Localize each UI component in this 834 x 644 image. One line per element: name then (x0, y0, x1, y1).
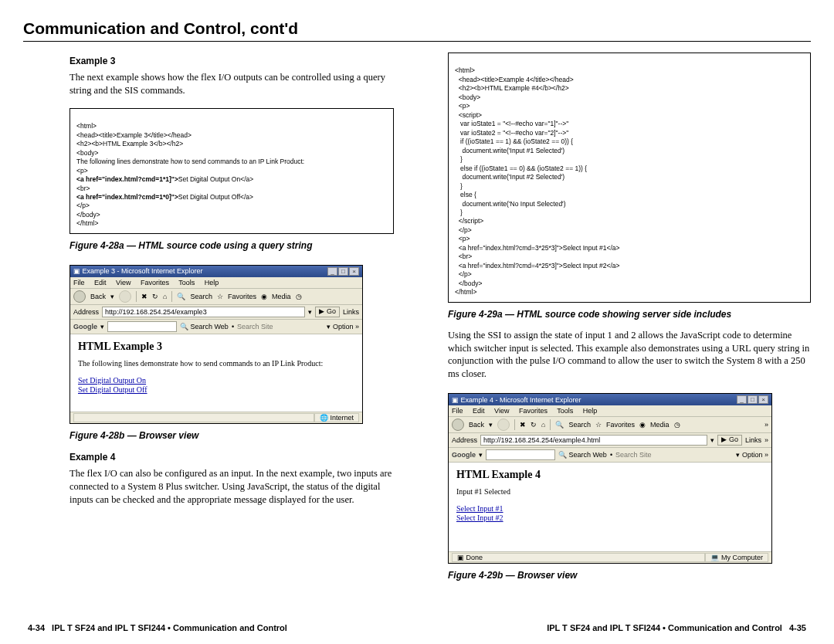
back-icon[interactable] (73, 290, 86, 303)
favorites-icon[interactable]: ☆ (217, 293, 223, 300)
status-left: ▣ Done (452, 553, 705, 562)
option-button[interactable]: ▾ Option » (327, 323, 359, 330)
home-icon[interactable]: ⌂ (541, 421, 545, 429)
menu-tools[interactable]: Tools (557, 407, 573, 415)
example3-text: The next example shows how the flex I/O … (70, 71, 394, 97)
section-title: Communication and Control, cont'd (23, 19, 811, 42)
stop-icon[interactable]: ✖ (141, 293, 147, 300)
menu-edit[interactable]: Edit (473, 407, 485, 415)
code-bold: <a href="index.html?cmd=1*1]"> (76, 175, 178, 183)
history-icon[interactable]: ◷ (296, 293, 302, 300)
back-label[interactable]: Back (90, 293, 106, 300)
maximize-icon[interactable]: □ (748, 395, 758, 404)
media-label[interactable]: Media (272, 293, 291, 300)
browser-window-1: ▣ Example 3 - Microsoft Internet Explore… (70, 265, 363, 424)
example4-heading: Example 4 (70, 452, 394, 463)
media-label[interactable]: Media (650, 421, 670, 429)
window-icon: ▣ (452, 396, 459, 404)
option-button[interactable]: ▾ Option » (736, 451, 768, 459)
google-input[interactable] (486, 449, 555, 460)
menu-file[interactable]: File (73, 279, 85, 286)
stop-icon[interactable]: ✖ (520, 421, 526, 429)
dropdown-icon[interactable]: ▾ (710, 436, 714, 444)
link-select-2[interactable]: Select Input #2 (456, 514, 503, 522)
favorites-label[interactable]: Favorites (228, 293, 256, 300)
code-line: </script> (459, 217, 484, 225)
search-web-button[interactable]: 🔍 Search Web (180, 323, 229, 330)
media-icon[interactable]: ◉ (639, 421, 646, 429)
window-icon: ▣ (73, 267, 80, 275)
dropdown-icon[interactable]: ▾ (308, 308, 312, 316)
page-heading: HTML Example 4 (456, 469, 764, 481)
menu-file[interactable]: File (452, 407, 463, 415)
window-title: Example 3 - Microsoft Internet Explorer (83, 267, 203, 275)
menu-bar[interactable]: File Edit View Favorites Tools Help (449, 405, 771, 417)
go-button[interactable]: ▶ Go (315, 307, 340, 317)
menu-view[interactable]: View (116, 279, 131, 286)
search-site-button: Search Site (615, 451, 652, 459)
minimize-icon[interactable]: _ (327, 267, 337, 276)
maximize-icon[interactable]: □ (338, 267, 348, 276)
home-icon[interactable]: ⌂ (163, 293, 167, 300)
code-bold: <a href="index.html?cmd=1*0]"> (76, 193, 178, 201)
refresh-icon[interactable]: ↻ (531, 421, 537, 429)
left-column: Example 3 The next example shows how the… (23, 53, 394, 617)
back-label[interactable]: Back (469, 421, 484, 429)
menu-help[interactable]: Help (205, 279, 219, 286)
address-input[interactable]: http://192.168.254.254/example4.html (480, 435, 707, 446)
close-icon[interactable]: × (349, 267, 359, 276)
code-line: Set Digital Output Off</a> (178, 193, 253, 201)
code-line: </p> (459, 226, 472, 234)
history-icon[interactable]: ◷ (674, 421, 680, 429)
footer-text-left: IPL T SF24 and IPL T SFI244 • Communicat… (52, 623, 287, 632)
go-button[interactable]: ▶ Go (717, 435, 742, 446)
favorites-label[interactable]: Favorites (606, 421, 635, 429)
code-line: </p> (76, 202, 90, 209)
google-input[interactable] (107, 321, 177, 332)
search-label[interactable]: Search (568, 421, 591, 429)
page-text: The following lines demonstrate how to s… (78, 359, 354, 368)
code-line: if ((ioState1 == 1) && (ioState2 == 0)) … (459, 137, 573, 145)
address-input[interactable]: http://192.168.254.254/example3 (102, 307, 305, 317)
menu-favorites[interactable]: Favorites (519, 407, 548, 415)
menu-edit[interactable]: Edit (94, 279, 107, 286)
page-number-left: 4-34 (28, 623, 45, 632)
menu-bar[interactable]: File Edit View Favorites Tools Help (70, 277, 362, 289)
search-icon[interactable]: 🔍 (177, 293, 185, 300)
close-icon[interactable]: × (758, 395, 768, 404)
page-text: Input #1 Selected (456, 487, 764, 496)
links-label[interactable]: Links (745, 436, 761, 444)
search-web-button[interactable]: 🔍 Search Web (558, 451, 607, 459)
code-line: <br> (459, 253, 473, 260)
link-set-off[interactable]: Set Digital Output Off (78, 385, 147, 394)
menu-help[interactable]: Help (583, 407, 598, 415)
code-line: </html> (455, 288, 476, 296)
link-select-1[interactable]: Select Input #1 (456, 504, 503, 513)
window-title: Example 4 - Microsoft Internet Explorer (461, 396, 581, 404)
browser-content: HTML Example 3 The following lines demon… (70, 334, 362, 412)
caption-29b: Figure 4-29b — Browser view (448, 570, 811, 581)
code-line: <p> (459, 235, 470, 242)
code-line: document.write('Input #1 Selected') (459, 147, 564, 154)
refresh-icon[interactable]: ↻ (152, 293, 158, 300)
code-line: <head><title>Example 4</title></head> (459, 76, 574, 83)
page-heading: HTML Example 3 (78, 341, 354, 353)
forward-icon (119, 290, 131, 303)
link-set-on[interactable]: Set Digital Output On (78, 376, 146, 385)
menu-view[interactable]: View (494, 407, 509, 415)
back-icon[interactable] (452, 419, 464, 431)
minimize-icon[interactable]: _ (737, 395, 747, 404)
menu-tools[interactable]: Tools (178, 279, 195, 286)
code-line: <a href="index.html?cmd=3*25*3]">Select … (459, 244, 620, 252)
favorites-icon[interactable]: ☆ (595, 421, 602, 429)
status-zone: 🌐 Internet (314, 413, 359, 422)
search-label[interactable]: Search (190, 293, 212, 300)
browser-content: HTML Example 4 Input #1 Selected Select … (449, 463, 771, 551)
menu-favorites[interactable]: Favorites (141, 279, 169, 286)
search-icon[interactable]: 🔍 (555, 421, 564, 429)
links-label[interactable]: Links (343, 308, 359, 316)
media-icon[interactable]: ◉ (261, 293, 267, 300)
code-box-28a: <html> <head><title>Example 3</title></h… (70, 108, 394, 234)
code-line: } (459, 208, 463, 216)
code-line: <h2><b>HTML Example #4</b></h2> (459, 84, 569, 92)
